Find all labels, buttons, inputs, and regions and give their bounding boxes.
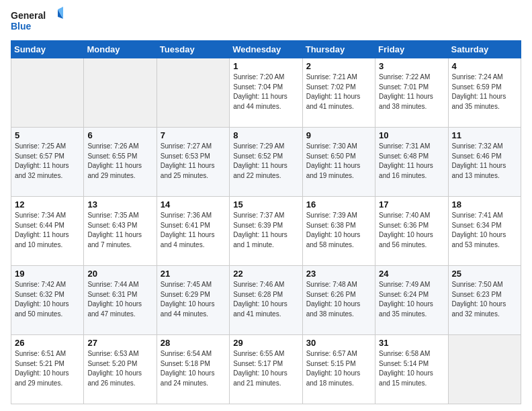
logo: General Blue — [11, 7, 64, 36]
day-cell: 16Sunrise: 7:39 AM Sunset: 6:38 PM Dayli… — [302, 197, 375, 266]
day-cell: 24Sunrise: 7:49 AM Sunset: 6:24 PM Dayli… — [375, 266, 448, 335]
day-number: 12 — [15, 199, 80, 210]
day-info: Sunrise: 6:53 AM Sunset: 5:20 PM Dayligh… — [87, 349, 152, 388]
day-number: 3 — [379, 61, 444, 71]
weekday-wednesday: Wednesday — [230, 41, 302, 58]
day-number: 20 — [87, 269, 152, 279]
day-info: Sunrise: 7:39 AM Sunset: 6:38 PM Dayligh… — [306, 211, 371, 250]
day-number: 21 — [161, 269, 226, 279]
day-info: Sunrise: 6:57 AM Sunset: 5:15 PM Dayligh… — [306, 349, 371, 388]
week-row-5: 26Sunrise: 6:51 AM Sunset: 5:21 PM Dayli… — [11, 335, 521, 404]
day-cell: 7Sunrise: 7:27 AM Sunset: 6:53 PM Daylig… — [157, 128, 229, 197]
day-cell: 28Sunrise: 6:54 AM Sunset: 5:18 PM Dayli… — [157, 335, 229, 404]
day-number: 30 — [306, 338, 371, 348]
day-number: 24 — [379, 269, 444, 279]
header: General Blue — [11, 7, 521, 36]
day-cell: 25Sunrise: 7:50 AM Sunset: 6:23 PM Dayli… — [448, 266, 521, 335]
day-cell: 23Sunrise: 7:48 AM Sunset: 6:26 PM Dayli… — [302, 266, 375, 335]
day-cell: 31Sunrise: 6:58 AM Sunset: 5:14 PM Dayli… — [375, 335, 448, 404]
svg-text:Blue: Blue — [11, 21, 32, 32]
day-info: Sunrise: 6:58 AM Sunset: 5:14 PM Dayligh… — [379, 349, 444, 388]
day-number: 10 — [379, 130, 444, 140]
day-cell: 11Sunrise: 7:32 AM Sunset: 6:46 PM Dayli… — [448, 128, 521, 197]
day-info: Sunrise: 7:30 AM Sunset: 6:50 PM Dayligh… — [306, 142, 371, 181]
day-number: 8 — [233, 130, 298, 140]
day-cell: 2Sunrise: 7:21 AM Sunset: 7:02 PM Daylig… — [302, 58, 375, 128]
week-row-3: 12Sunrise: 7:34 AM Sunset: 6:44 PM Dayli… — [11, 197, 521, 266]
day-info: Sunrise: 7:29 AM Sunset: 6:52 PM Dayligh… — [233, 142, 298, 181]
day-cell — [84, 58, 157, 128]
day-cell: 18Sunrise: 7:41 AM Sunset: 6:34 PM Dayli… — [448, 197, 521, 266]
day-number: 13 — [87, 199, 152, 210]
day-info: Sunrise: 7:20 AM Sunset: 7:04 PM Dayligh… — [233, 73, 298, 111]
day-number: 2 — [306, 61, 371, 71]
day-number: 5 — [15, 130, 80, 140]
day-info: Sunrise: 7:34 AM Sunset: 6:44 PM Dayligh… — [15, 211, 80, 250]
day-info: Sunrise: 7:31 AM Sunset: 6:48 PM Dayligh… — [379, 142, 444, 181]
day-number: 23 — [306, 269, 371, 279]
day-cell: 14Sunrise: 7:36 AM Sunset: 6:41 PM Dayli… — [157, 197, 229, 266]
day-number: 4 — [452, 61, 517, 71]
day-info: Sunrise: 6:51 AM Sunset: 5:21 PM Dayligh… — [15, 349, 80, 388]
day-number: 31 — [379, 338, 444, 348]
day-info: Sunrise: 7:27 AM Sunset: 6:53 PM Dayligh… — [161, 142, 226, 181]
day-cell: 20Sunrise: 7:44 AM Sunset: 6:31 PM Dayli… — [84, 266, 157, 335]
weekday-sunday: Sunday — [11, 41, 84, 58]
weekday-friday: Friday — [375, 41, 448, 58]
day-cell: 21Sunrise: 7:45 AM Sunset: 6:29 PM Dayli… — [157, 266, 229, 335]
week-row-4: 19Sunrise: 7:42 AM Sunset: 6:32 PM Dayli… — [11, 266, 521, 335]
day-info: Sunrise: 7:22 AM Sunset: 7:01 PM Dayligh… — [379, 73, 444, 111]
weekday-thursday: Thursday — [302, 41, 375, 58]
day-number: 11 — [452, 130, 517, 140]
weekday-monday: Monday — [84, 41, 157, 58]
day-cell: 9Sunrise: 7:30 AM Sunset: 6:50 PM Daylig… — [302, 128, 375, 197]
day-info: Sunrise: 7:21 AM Sunset: 7:02 PM Dayligh… — [306, 73, 371, 111]
day-info: Sunrise: 7:26 AM Sunset: 6:55 PM Dayligh… — [87, 142, 152, 181]
day-cell: 29Sunrise: 6:55 AM Sunset: 5:17 PM Dayli… — [230, 335, 302, 404]
day-info: Sunrise: 7:50 AM Sunset: 6:23 PM Dayligh… — [452, 280, 517, 319]
day-number: 6 — [87, 130, 152, 140]
day-number: 16 — [306, 199, 371, 210]
day-number: 18 — [452, 199, 517, 210]
day-cell: 12Sunrise: 7:34 AM Sunset: 6:44 PM Dayli… — [11, 197, 84, 266]
day-cell: 6Sunrise: 7:26 AM Sunset: 6:55 PM Daylig… — [84, 128, 157, 197]
day-cell — [448, 335, 521, 404]
day-cell: 27Sunrise: 6:53 AM Sunset: 5:20 PM Dayli… — [84, 335, 157, 404]
day-number: 7 — [161, 130, 226, 140]
day-info: Sunrise: 7:32 AM Sunset: 6:46 PM Dayligh… — [452, 142, 517, 181]
day-info: Sunrise: 6:55 AM Sunset: 5:17 PM Dayligh… — [233, 349, 298, 388]
day-cell: 3Sunrise: 7:22 AM Sunset: 7:01 PM Daylig… — [375, 58, 448, 128]
day-number: 26 — [15, 338, 80, 348]
day-cell: 13Sunrise: 7:35 AM Sunset: 6:43 PM Dayli… — [84, 197, 157, 266]
day-cell: 1Sunrise: 7:20 AM Sunset: 7:04 PM Daylig… — [230, 58, 302, 128]
day-info: Sunrise: 7:36 AM Sunset: 6:41 PM Dayligh… — [161, 211, 226, 250]
day-number: 14 — [161, 199, 226, 210]
day-info: Sunrise: 7:42 AM Sunset: 6:32 PM Dayligh… — [15, 280, 80, 319]
day-cell: 5Sunrise: 7:25 AM Sunset: 6:57 PM Daylig… — [11, 128, 84, 197]
day-cell: 26Sunrise: 6:51 AM Sunset: 5:21 PM Dayli… — [11, 335, 84, 404]
svg-text:General: General — [11, 10, 46, 21]
day-number: 17 — [379, 199, 444, 210]
day-info: Sunrise: 7:49 AM Sunset: 6:24 PM Dayligh… — [379, 280, 444, 319]
day-info: Sunrise: 7:41 AM Sunset: 6:34 PM Dayligh… — [452, 211, 517, 250]
day-info: Sunrise: 7:25 AM Sunset: 6:57 PM Dayligh… — [15, 142, 80, 181]
day-number: 9 — [306, 130, 371, 140]
calendar-table: SundayMondayTuesdayWednesdayThursdayFrid… — [11, 40, 521, 404]
day-cell: 22Sunrise: 7:46 AM Sunset: 6:28 PM Dayli… — [230, 266, 302, 335]
day-info: Sunrise: 7:44 AM Sunset: 6:31 PM Dayligh… — [87, 280, 152, 319]
day-number: 28 — [161, 338, 226, 348]
day-number: 29 — [233, 338, 298, 348]
day-info: Sunrise: 7:45 AM Sunset: 6:29 PM Dayligh… — [161, 280, 226, 319]
day-cell: 10Sunrise: 7:31 AM Sunset: 6:48 PM Dayli… — [375, 128, 448, 197]
day-info: Sunrise: 7:46 AM Sunset: 6:28 PM Dayligh… — [233, 280, 298, 319]
day-cell: 8Sunrise: 7:29 AM Sunset: 6:52 PM Daylig… — [230, 128, 302, 197]
day-cell: 15Sunrise: 7:37 AM Sunset: 6:39 PM Dayli… — [230, 197, 302, 266]
day-number: 27 — [87, 338, 152, 348]
day-cell: 17Sunrise: 7:40 AM Sunset: 6:36 PM Dayli… — [375, 197, 448, 266]
day-number: 1 — [233, 61, 298, 71]
page: General Blue SundayMondayTuesdayWednesda… — [0, 0, 532, 411]
day-number: 25 — [452, 269, 517, 279]
day-info: Sunrise: 7:40 AM Sunset: 6:36 PM Dayligh… — [379, 211, 444, 250]
day-number: 22 — [233, 269, 298, 279]
day-number: 19 — [15, 269, 80, 279]
